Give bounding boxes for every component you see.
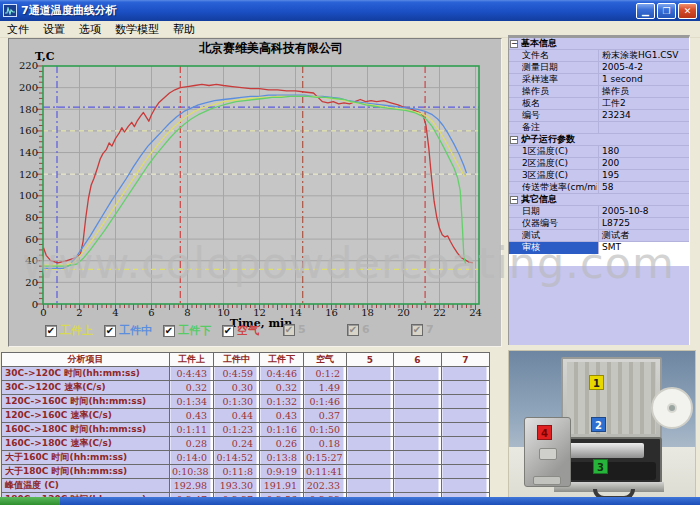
prop-label: 炉子运行参数 [521, 134, 681, 146]
prop-value: 180 [598, 146, 689, 158]
cell: 192.98 [170, 479, 214, 493]
checkbox-icon[interactable]: ✔ [104, 325, 116, 337]
prop-row-10[interactable]: 2区温度(C)200 [509, 158, 689, 170]
prop-row-5[interactable]: 板名工件2 [509, 98, 689, 110]
prop-label: 操作员 [522, 86, 597, 98]
prop-row-3[interactable]: 采样速率1 second [509, 74, 689, 86]
cell [394, 465, 442, 479]
prop-value: 测试者 [598, 230, 689, 242]
prop-row-9[interactable]: 1区温度(C)180 [509, 146, 689, 158]
prop-row-14[interactable]: 日期2005-10-8 [509, 206, 689, 218]
svg-text:20: 20 [25, 277, 38, 288]
prop-group-13[interactable]: −其它信息 [509, 194, 689, 206]
cell [347, 409, 394, 423]
menu-item-4[interactable]: 帮助 [166, 21, 202, 38]
row-label: 大于180C 时间(hh:mm:ss) [2, 465, 170, 479]
cell: 0.37 [304, 409, 347, 423]
menu-item-2[interactable]: 选项 [72, 21, 108, 38]
prop-row-6[interactable]: 编号23234 [509, 110, 689, 122]
channel-label: 5 [298, 323, 306, 336]
cell: 0:1:2 [304, 367, 347, 381]
cell [394, 409, 442, 423]
svg-text:180: 180 [19, 104, 38, 115]
collapse-icon[interactable]: − [510, 196, 518, 204]
cell [442, 437, 490, 451]
svg-text:16: 16 [325, 307, 338, 318]
svg-text:160: 160 [19, 125, 38, 136]
close-button[interactable]: ✕ [678, 3, 697, 19]
prop-row-12[interactable]: 传送带速率(cm/min)58 [509, 182, 689, 194]
prop-row-4[interactable]: 操作员操作员 [509, 86, 689, 98]
channel-legend: ✔工件上✔工件中✔工件下✔空气✔5✔6✔7 [9, 323, 501, 341]
channel-toggle-工件上[interactable]: ✔工件上 [45, 323, 93, 338]
prop-value: 1 second [598, 74, 689, 86]
prop-label: 日期 [522, 206, 597, 218]
checkbox-icon: ✔ [283, 324, 295, 336]
cell [394, 437, 442, 451]
table-row: 大于160C 时间(hh:mm:ss)0:14:00:14:520:13:80:… [2, 451, 490, 465]
channel-toggle-工件中[interactable]: ✔工件中 [104, 323, 152, 338]
channel-toggle-6[interactable]: ✔6 [347, 323, 370, 336]
cell [442, 423, 490, 437]
restore-button[interactable]: ❐ [657, 3, 676, 19]
cell: 0.32 [260, 381, 304, 395]
table-header-0: 分析项目 [2, 353, 170, 367]
row-label: 峰值温度 (C) [2, 479, 170, 493]
prop-label: 基本信息 [521, 38, 681, 50]
cell: 0:1:30 [214, 395, 260, 409]
channel-label: 工件下 [178, 323, 211, 338]
prop-row-1[interactable]: 文件名粉末涂装HG1.CSV [509, 50, 689, 62]
data-logger [566, 443, 644, 458]
checkbox-icon[interactable]: ✔ [45, 325, 57, 337]
channel-toggle-空气[interactable]: ✔空气 [222, 323, 259, 338]
menu-item-1[interactable]: 设置 [36, 21, 72, 38]
prop-row-7[interactable]: 备注 [509, 122, 689, 134]
analysis-table: 分析项目工件上工件中工件下空气56730C->120C 时间(hh:mm:ss)… [1, 352, 490, 505]
case-body [556, 437, 662, 484]
prop-row-16[interactable]: 测试测试者 [509, 230, 689, 242]
cell: 0:15:27 [304, 451, 347, 465]
channel-label: 空气 [237, 323, 259, 338]
prop-row-11[interactable]: 3区温度(C)195 [509, 170, 689, 182]
prop-label: 板名 [522, 98, 597, 110]
prop-group-0[interactable]: −基本信息 [509, 38, 689, 50]
collapse-icon[interactable]: − [510, 136, 518, 144]
app-icon [3, 4, 17, 17]
channel-toggle-5[interactable]: ✔5 [283, 323, 306, 336]
prop-row-15[interactable]: 仪器编号L8725 [509, 218, 689, 230]
prop-group-8[interactable]: −炉子运行参数 [509, 134, 689, 146]
table-header-4: 空气 [304, 353, 347, 367]
svg-text:0: 0 [32, 299, 38, 310]
row-label: 30C->120C 时间(hh:mm:ss) [2, 367, 170, 381]
prop-row-2[interactable]: 测量日期2005-4-2 [509, 62, 689, 74]
channel-toggle-工件下[interactable]: ✔工件下 [163, 323, 211, 338]
cell: 0:10:38 [170, 465, 214, 479]
cell [347, 423, 394, 437]
cell [347, 395, 394, 409]
minimize-button[interactable]: ▁ [636, 3, 655, 19]
cell: 0:4:43 [170, 367, 214, 381]
prop-value: 58 [598, 182, 689, 194]
prop-label: 编号 [522, 110, 597, 122]
row-label: 大于160C 时间(hh:mm:ss) [2, 451, 170, 465]
audit-value-field[interactable]: SMT [598, 242, 689, 254]
cell [347, 465, 394, 479]
collapse-icon[interactable]: − [510, 40, 518, 48]
channel-toggle-7[interactable]: ✔7 [411, 323, 434, 336]
cell: 0:13:8 [260, 451, 304, 465]
cell [394, 423, 442, 437]
table-row: 160C->180C 时间(hh:mm:ss)0:1:110:1:230:1:1… [2, 423, 490, 437]
table-header-1: 工件上 [170, 353, 214, 367]
prop-value: 2005-10-8 [598, 206, 689, 218]
table-row: 大于180C 时间(hh:mm:ss)0:10:380:11:80:9:190:… [2, 465, 490, 479]
cell [394, 395, 442, 409]
prop-value: 195 [598, 170, 689, 182]
cell: 1.49 [304, 381, 347, 395]
svg-text:140: 140 [19, 147, 38, 158]
prop-row-17[interactable]: 审核SMT [509, 242, 689, 254]
checkbox-icon[interactable]: ✔ [222, 325, 234, 337]
menu-item-0[interactable]: 文件 [0, 21, 36, 38]
cell [394, 479, 442, 493]
menu-item-3[interactable]: 数学模型 [108, 21, 166, 38]
checkbox-icon[interactable]: ✔ [163, 325, 175, 337]
